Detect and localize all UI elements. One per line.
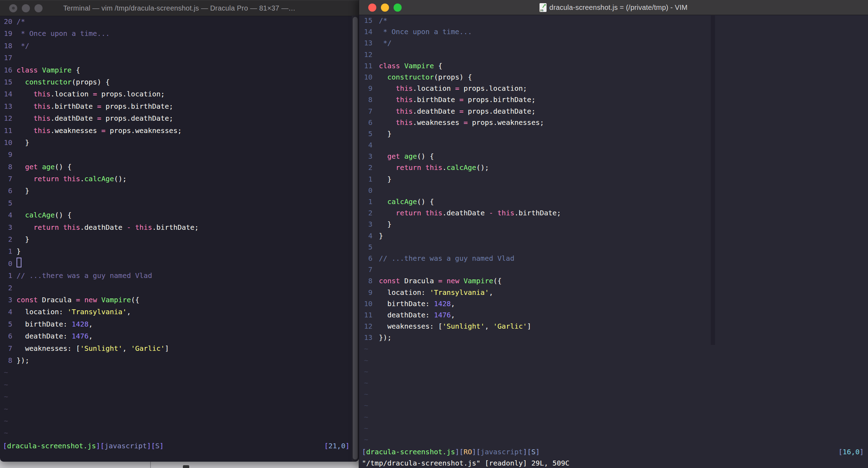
- code-token: // ...there was a guy named Vlad: [17, 271, 152, 280]
- vim-commandline: "/tmp/dracula-screenshot.js" [readonly] …: [362, 457, 569, 468]
- code-token: 'Sunlight': [80, 344, 122, 353]
- status-segment: ]: [860, 448, 864, 456]
- code-line: 15 constructor(props) {: [0, 76, 352, 88]
- line-number: 0: [4, 258, 12, 270]
- line-number: 9: [364, 83, 372, 94]
- close-button[interactable]: [368, 4, 376, 12]
- line-number: 9: [364, 287, 372, 298]
- tilde-marker: ~: [364, 401, 368, 410]
- code-token: 'Sunlight': [442, 322, 485, 330]
- code-token: Dracula: [400, 277, 438, 285]
- macvim-titlebar[interactable]: JS dracula-screenshot.js = (/private/tmp…: [359, 0, 868, 15]
- empty-line: ~: [0, 379, 352, 391]
- code-line: 6 this.weaknesses = props.weaknesses;: [359, 117, 868, 128]
- terminal-window: Terminal — vim /tmp/dracula-screenshot.j…: [0, 0, 359, 462]
- code-line: 1// ...there was a guy named Vlad: [0, 270, 352, 282]
- code-token: props.deathDate;: [464, 107, 536, 115]
- code-token: const: [17, 296, 38, 304]
- code-line: 2 return this.calcAge();: [359, 162, 868, 173]
- tilde-marker: ~: [364, 435, 368, 444]
- code-token: props.location;: [97, 90, 165, 98]
- line-number: 13: [364, 332, 372, 343]
- code-token: [379, 73, 387, 81]
- code-line: 9 location: 'Transylvania',: [359, 287, 868, 298]
- scrollbar-track: [352, 15, 359, 462]
- code-token: =: [459, 95, 464, 104]
- code-token: props.deathDate;: [101, 114, 173, 122]
- zoom-button[interactable]: [34, 4, 43, 12]
- empty-line: ~: [359, 434, 868, 445]
- zoom-button[interactable]: [394, 4, 402, 12]
- code-line: 8 get age() {: [0, 161, 352, 173]
- code-token: () {: [417, 197, 434, 206]
- line-number: 19: [4, 27, 12, 39]
- line-number: 10: [364, 71, 372, 83]
- code-token: [442, 277, 447, 285]
- code-token: ({: [493, 277, 502, 285]
- code-token: }: [379, 220, 391, 228]
- status-segment: S: [531, 448, 536, 456]
- line-number: 3: [364, 151, 372, 162]
- code-line: 12: [359, 49, 868, 60]
- status-segment: [: [324, 442, 328, 450]
- code-token: */: [17, 42, 29, 50]
- vim-buffer-left[interactable]: 20/*19 * Once upon a time...18 */1716cla…: [0, 15, 352, 439]
- code-line: 12 this.deathDate = props.deathDate;: [0, 112, 352, 124]
- status-segment: ][: [147, 442, 155, 450]
- code-token: this: [396, 118, 413, 127]
- line-number: 1: [4, 270, 12, 282]
- line-number: 7: [364, 106, 372, 117]
- code-token: ({: [131, 296, 139, 304]
- code-token: birthDate:: [17, 320, 72, 328]
- line-number: 16: [4, 64, 12, 76]
- code-token: deathDate:: [17, 332, 72, 340]
- code-token: this: [33, 90, 50, 98]
- code-token: this: [396, 95, 413, 104]
- code-token: [379, 84, 396, 93]
- code-token: 'Garlic': [493, 322, 527, 330]
- line-number: 10: [364, 298, 372, 309]
- code-token: .birthDate;: [514, 209, 561, 217]
- line-number: 2: [364, 207, 372, 219]
- code-token: .deathDate: [413, 107, 459, 115]
- code-token: =: [464, 118, 468, 127]
- code-token: ,: [451, 299, 455, 308]
- line-number: 5: [4, 197, 12, 209]
- line-number: 14: [364, 26, 372, 37]
- code-token: .birthDate;: [152, 223, 198, 232]
- tilde-marker: ~: [364, 367, 368, 376]
- close-button[interactable]: [9, 4, 17, 12]
- empty-line: ~: [0, 391, 352, 403]
- status-segment: 21,0: [328, 442, 345, 450]
- line-number: 3: [364, 219, 372, 230]
- code-token: [38, 163, 42, 171]
- code-token: weaknesses: [: [379, 322, 442, 330]
- line-number: 4: [4, 209, 12, 221]
- line-number: 18: [4, 40, 12, 52]
- code-token: return: [33, 223, 59, 232]
- code-token: .location: [50, 90, 92, 98]
- code-line: 7 return this.calcAge();: [0, 173, 352, 185]
- code-line: 7: [359, 264, 868, 275]
- line-number: 3: [4, 221, 12, 233]
- vim-ruler-left: [21,0]: [324, 440, 350, 452]
- code-line: 5 birthDate: 1428,: [0, 318, 352, 330]
- status-segment: ][: [96, 442, 104, 450]
- terminal-titlebar[interactable]: Terminal — vim /tmp/dracula-screenshot.j…: [0, 0, 359, 16]
- minimize-button[interactable]: [381, 4, 389, 12]
- code-token: this: [396, 84, 413, 93]
- code-token: ,: [489, 288, 493, 297]
- status-segment: RO: [464, 448, 472, 456]
- line-number: 15: [4, 76, 12, 88]
- minimize-button[interactable]: [22, 4, 30, 12]
- code-line: 13});: [359, 332, 868, 343]
- vim-buffer-right[interactable]: 15/*14 * Once upon a time...13 */1211cla…: [359, 15, 868, 445]
- line-number: 0: [364, 185, 372, 196]
- code-line: 4 calcAge() {: [0, 209, 352, 221]
- code-line: 1}: [0, 245, 352, 257]
- status-segment: ]: [345, 442, 350, 450]
- code-token: [17, 126, 33, 135]
- code-token: .deathDate: [80, 223, 127, 232]
- code-token: }: [379, 129, 391, 138]
- scrollbar-thumb[interactable]: [353, 17, 358, 460]
